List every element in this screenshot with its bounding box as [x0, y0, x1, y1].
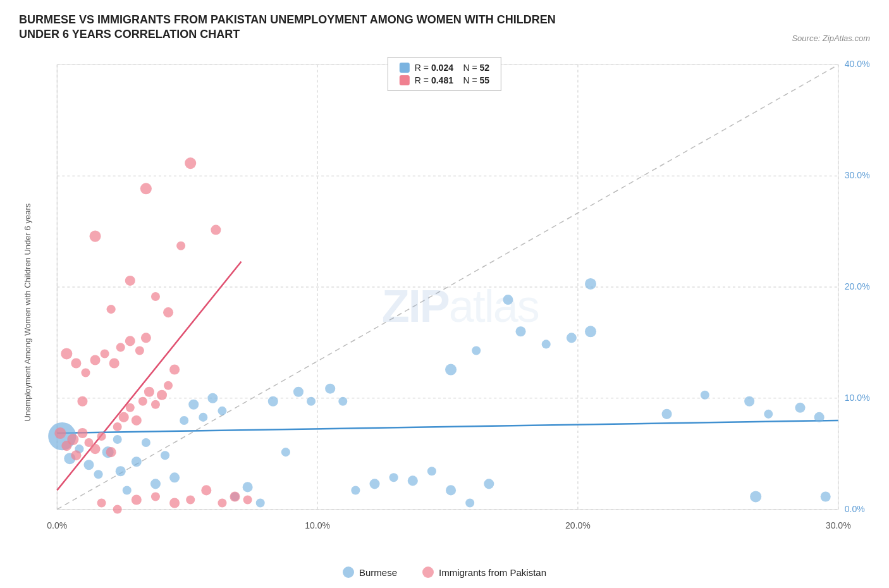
svg-point-119	[186, 495, 195, 504]
svg-point-87	[132, 415, 142, 426]
svg-point-37	[180, 416, 188, 425]
legend-text-pakistan: R = 0.481 N = 55	[415, 75, 489, 85]
svg-point-86	[126, 403, 135, 412]
svg-point-26	[83, 460, 94, 470]
svg-point-104	[89, 230, 101, 242]
svg-point-54	[408, 475, 418, 486]
svg-point-39	[199, 413, 207, 422]
scatter-chart: 40.0% 30.0% 20.0% 10.0% 0.0% 0.0% 10.0% …	[19, 48, 870, 564]
svg-point-88	[138, 397, 147, 406]
svg-point-27	[94, 470, 103, 479]
svg-text:20.0%: 20.0%	[845, 281, 870, 291]
chart-area: ZIPatlas R = 0.024 N = 52 R = 0.481 N = …	[19, 48, 870, 564]
svg-point-29	[113, 435, 122, 444]
svg-point-83	[106, 447, 116, 457]
svg-point-116	[132, 494, 142, 505]
svg-point-122	[230, 491, 240, 501]
svg-point-48	[307, 397, 316, 406]
svg-point-118	[169, 498, 180, 508]
svg-point-58	[484, 479, 494, 489]
svg-point-46	[281, 448, 290, 456]
svg-text:10.0%: 10.0%	[845, 393, 870, 403]
svg-point-75	[54, 427, 66, 439]
svg-point-106	[185, 157, 196, 169]
svg-point-59	[445, 364, 457, 375]
svg-point-111	[163, 307, 173, 317]
svg-point-66	[585, 278, 596, 290]
svg-text:0.0%: 0.0%	[845, 503, 865, 513]
svg-point-52	[369, 479, 379, 489]
svg-point-115	[113, 505, 122, 513]
svg-point-61	[516, 326, 526, 336]
svg-point-90	[151, 400, 160, 409]
svg-point-113	[77, 396, 87, 407]
x-legend-dot-pakistan	[422, 567, 434, 578]
svg-point-89	[144, 386, 154, 396]
svg-point-101	[125, 336, 135, 346]
svg-point-109	[125, 276, 135, 286]
x-legend-burmese: Burmese	[343, 567, 397, 578]
svg-point-81	[90, 444, 101, 454]
svg-point-82	[97, 432, 106, 441]
svg-point-108	[176, 241, 185, 250]
legend-box: R = 0.024 N = 52 R = 0.481 N = 55	[388, 57, 501, 91]
svg-text:40.0%: 40.0%	[845, 59, 870, 69]
svg-point-67	[662, 409, 672, 419]
legend-text-burmese: R = 0.024 N = 52	[415, 63, 489, 73]
svg-point-30	[116, 466, 126, 476]
svg-point-91	[157, 389, 167, 400]
svg-point-45	[268, 396, 278, 407]
svg-point-49	[325, 383, 335, 393]
svg-text:Unemployment Among Women with : Unemployment Among Women with Children U…	[23, 203, 32, 421]
svg-point-105	[140, 183, 152, 194]
svg-point-51	[351, 486, 360, 494]
svg-point-53	[389, 473, 398, 482]
svg-point-96	[81, 368, 90, 377]
svg-point-65	[503, 295, 513, 305]
svg-text:10.0%: 10.0%	[305, 520, 330, 530]
svg-point-103	[141, 333, 151, 343]
x-legend-dot-burmese	[343, 567, 354, 578]
x-legend-pakistan: Immigrants from Pakistan	[422, 567, 546, 578]
svg-point-38	[188, 400, 199, 410]
svg-point-121	[218, 498, 226, 507]
svg-text:30.0%: 30.0%	[845, 170, 870, 180]
svg-point-56	[446, 485, 456, 495]
svg-point-99	[109, 358, 120, 368]
svg-point-117	[151, 492, 160, 501]
legend-row-burmese: R = 0.024 N = 52	[400, 63, 489, 73]
svg-point-98	[101, 349, 109, 358]
svg-point-94	[61, 348, 72, 359]
svg-point-114	[97, 498, 106, 507]
svg-point-32	[132, 456, 142, 467]
svg-point-112	[107, 305, 116, 314]
svg-point-33	[142, 438, 150, 447]
svg-point-85	[119, 412, 129, 422]
svg-point-84	[113, 422, 122, 431]
svg-point-34	[150, 479, 161, 489]
svg-point-100	[116, 343, 125, 352]
svg-point-69	[744, 396, 754, 407]
svg-text:0.0%: 0.0%	[47, 520, 67, 530]
svg-point-57	[465, 498, 474, 507]
page: BURMESE VS IMMIGRANTS FROM PAKISTAN UNEM…	[0, 0, 889, 588]
svg-point-41	[218, 407, 226, 415]
svg-point-68	[701, 390, 709, 399]
svg-point-77	[67, 434, 78, 445]
legend-color-burmese	[400, 63, 410, 73]
svg-point-31	[123, 486, 132, 494]
svg-point-123	[243, 495, 252, 504]
x-legend-label-burmese: Burmese	[359, 567, 397, 578]
svg-point-62	[542, 340, 551, 348]
svg-point-70	[764, 410, 773, 419]
source-label: Source: ZipAtlas.com	[19, 34, 870, 43]
svg-point-50	[338, 397, 347, 406]
x-legend-label-pakistan: Immigrants from Pakistan	[439, 567, 546, 578]
svg-point-92	[164, 381, 173, 389]
svg-point-74	[821, 491, 831, 501]
svg-point-64	[585, 326, 596, 337]
svg-point-55	[427, 467, 436, 475]
svg-point-107	[211, 224, 221, 235]
svg-point-43	[243, 482, 253, 492]
svg-point-79	[77, 428, 87, 438]
